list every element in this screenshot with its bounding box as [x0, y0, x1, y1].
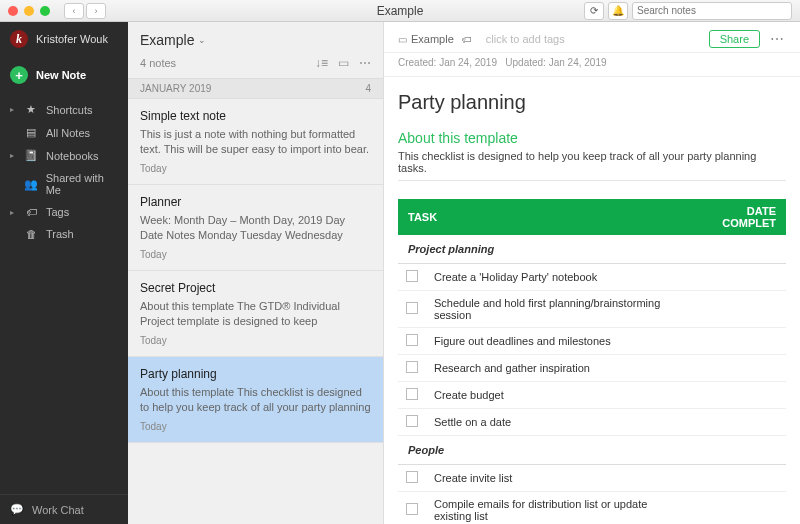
- notebook-icon: 📓: [24, 149, 38, 162]
- nav-back[interactable]: ‹: [64, 3, 84, 19]
- titlebar: ‹ › Example ⟳ 🔔: [0, 0, 800, 22]
- tag-icon: 🏷: [24, 206, 38, 218]
- note-item-date: Today: [140, 249, 371, 260]
- work-chat[interactable]: 💬Work Chat: [0, 494, 128, 524]
- new-note-label: New Note: [36, 69, 86, 81]
- view-icon[interactable]: ▭: [338, 56, 349, 70]
- task-group: People: [398, 436, 786, 465]
- note-item[interactable]: Secret ProjectAbout this template The GT…: [128, 271, 383, 357]
- breadcrumb[interactable]: ▭Example: [398, 33, 454, 45]
- sidebar-item-allnotes[interactable]: ▤All Notes: [0, 121, 128, 144]
- section-heading: About this template: [398, 130, 786, 146]
- task-row: Create budget: [398, 382, 786, 409]
- checkbox[interactable]: [406, 503, 418, 515]
- task-row: Schedule and hold first planning/brainst…: [398, 291, 786, 328]
- user-name: Kristofer Wouk: [36, 33, 108, 45]
- note-item-preview: This is just a note with nothing but for…: [140, 127, 371, 157]
- tag-icon: 🏷: [462, 34, 472, 45]
- col-date: DATE COMPLET: [685, 199, 786, 235]
- task-label: Research and gather inspiration: [426, 355, 685, 382]
- work-chat-label: Work Chat: [32, 504, 84, 516]
- note-item-title: Secret Project: [140, 281, 371, 295]
- sort-icon[interactable]: ↓≡: [315, 56, 328, 70]
- note-item-date: Today: [140, 163, 371, 174]
- task-label: Settle on a date: [426, 409, 685, 436]
- note-item-date: Today: [140, 335, 371, 346]
- note-detail: ▭Example 🏷 click to add tags Share ⋯ Cre…: [384, 22, 800, 524]
- sidebar-item-shared[interactable]: 👥Shared with Me: [0, 167, 128, 201]
- note-item[interactable]: Party planningAbout this template This c…: [128, 357, 383, 443]
- notebook-icon: ▭: [398, 34, 407, 45]
- checkbox[interactable]: [406, 415, 418, 427]
- sidebar-item-notebooks[interactable]: ▸📓Notebooks: [0, 144, 128, 167]
- share-button[interactable]: Share: [709, 30, 760, 48]
- checkbox[interactable]: [406, 302, 418, 314]
- sidebar: k Kristofer Wouk + New Note ▸★Shortcuts …: [0, 22, 128, 524]
- notifications-icon[interactable]: 🔔: [608, 2, 628, 20]
- task-label: Figure out deadlines and milestones: [426, 328, 685, 355]
- note-actions-icon[interactable]: ⋯: [768, 31, 786, 47]
- plus-icon: +: [10, 66, 28, 84]
- sidebar-item-shortcuts[interactable]: ▸★Shortcuts: [0, 98, 128, 121]
- task-label: Schedule and hold first planning/brainst…: [426, 291, 685, 328]
- sync-icon[interactable]: ⟳: [584, 2, 604, 20]
- notes-icon: ▤: [24, 126, 38, 139]
- people-icon: 👥: [24, 178, 38, 191]
- zoom-window[interactable]: [40, 6, 50, 16]
- sidebar-item-label: Shared with Me: [46, 172, 118, 196]
- window-title: Example: [377, 4, 424, 18]
- avatar: k: [10, 30, 28, 48]
- more-icon[interactable]: ⋯: [359, 56, 371, 70]
- note-title[interactable]: Party planning: [398, 91, 786, 114]
- star-icon: ★: [24, 103, 38, 116]
- minimize-window[interactable]: [24, 6, 34, 16]
- notebook-title[interactable]: Example⌄: [140, 32, 371, 48]
- note-item[interactable]: Simple text noteThis is just a note with…: [128, 99, 383, 185]
- window-controls: [8, 6, 50, 16]
- search-input[interactable]: [632, 2, 792, 20]
- task-row: Create invite list: [398, 465, 786, 492]
- task-row: Figure out deadlines and milestones: [398, 328, 786, 355]
- trash-icon: 🗑: [24, 228, 38, 240]
- note-item-title: Planner: [140, 195, 371, 209]
- chevron-down-icon: ⌄: [198, 35, 206, 45]
- account-menu[interactable]: k Kristofer Wouk: [0, 22, 128, 56]
- checkbox[interactable]: [406, 361, 418, 373]
- checkbox[interactable]: [406, 334, 418, 346]
- note-list: Example⌄ 4 notes ↓≡ ▭ ⋯ JANUARY 20194 Si…: [128, 22, 384, 524]
- task-label: Create budget: [426, 382, 685, 409]
- note-dates: Created: Jan 24, 2019 Updated: Jan 24, 2…: [384, 53, 800, 77]
- task-label: Compile emails for distribution list or …: [426, 492, 685, 525]
- sidebar-item-tags[interactable]: ▸🏷Tags: [0, 201, 128, 223]
- chat-icon: 💬: [10, 503, 24, 516]
- task-table: TASK DATE COMPLET Project planningCreate…: [398, 199, 786, 524]
- task-row: Research and gather inspiration: [398, 355, 786, 382]
- sidebar-item-trash[interactable]: 🗑Trash: [0, 223, 128, 245]
- note-item[interactable]: PlannerWeek: Month Day – Month Day, 2019…: [128, 185, 383, 271]
- sidebar-item-label: All Notes: [46, 127, 90, 139]
- sidebar-item-label: Trash: [46, 228, 74, 240]
- task-label: Create a 'Holiday Party' notebook: [426, 264, 685, 291]
- task-row: Settle on a date: [398, 409, 786, 436]
- checkbox[interactable]: [406, 270, 418, 282]
- checkbox[interactable]: [406, 388, 418, 400]
- col-task: TASK: [398, 199, 685, 235]
- note-count: 4 notes: [140, 57, 176, 69]
- nav-forward[interactable]: ›: [86, 3, 106, 19]
- task-label: Create invite list: [426, 465, 685, 492]
- checkbox[interactable]: [406, 471, 418, 483]
- task-group: Project planning: [398, 235, 786, 264]
- task-row: Compile emails for distribution list or …: [398, 492, 786, 525]
- note-item-preview: About this template The GTD® Individual …: [140, 299, 371, 329]
- new-note-button[interactable]: + New Note: [0, 60, 128, 90]
- note-item-preview: About this template This checklist is de…: [140, 385, 371, 415]
- section-desc: This checklist is designed to help you k…: [398, 150, 786, 174]
- add-tags[interactable]: click to add tags: [486, 33, 565, 45]
- sidebar-item-label: Tags: [46, 206, 69, 218]
- close-window[interactable]: [8, 6, 18, 16]
- sidebar-item-label: Shortcuts: [46, 104, 92, 116]
- date-separator: JANUARY 20194: [128, 78, 383, 99]
- note-item-preview: Week: Month Day – Month Day, 2019 Day Da…: [140, 213, 371, 243]
- note-item-title: Simple text note: [140, 109, 371, 123]
- sidebar-item-label: Notebooks: [46, 150, 99, 162]
